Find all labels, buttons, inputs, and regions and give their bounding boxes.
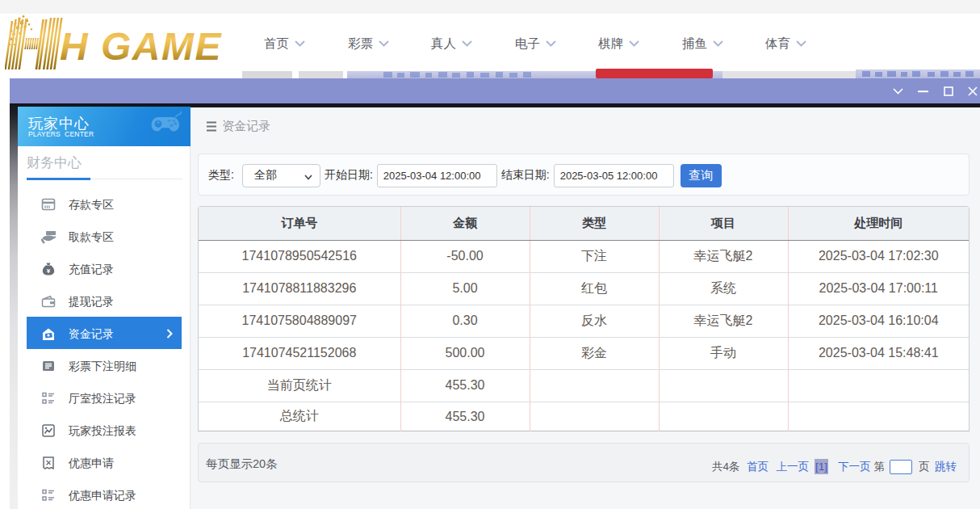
- svg-text:H GAME: H GAME: [60, 25, 222, 68]
- svg-text:¥: ¥: [47, 267, 51, 275]
